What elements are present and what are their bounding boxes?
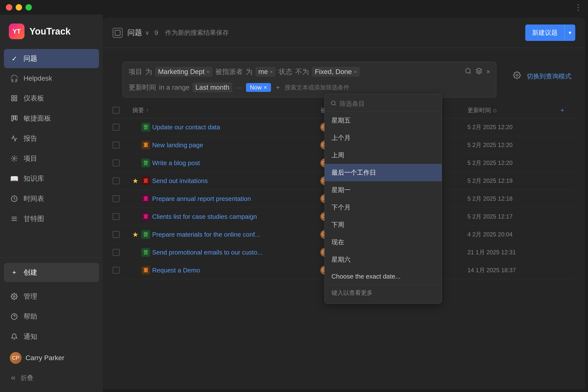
window-control-yellow[interactable] (16, 4, 22, 10)
row-checkbox-input-7[interactable] (113, 249, 120, 256)
filter-to-value[interactable]: Now × (246, 83, 271, 92)
settings-icon[interactable] (511, 69, 523, 83)
table-header-add[interactable]: + (560, 107, 575, 114)
sidebar-item-agile[interactable]: 敏捷面板 (4, 109, 99, 128)
dropdown-item-last-week[interactable]: 上周 (324, 146, 442, 164)
sidebar-item-timesheet[interactable]: 时间表 (4, 189, 99, 208)
sidebar-item-manage[interactable]: 管理 (4, 287, 99, 306)
issue-title-2[interactable]: Write a blog post (152, 159, 200, 167)
filter-ai-icon[interactable] (476, 68, 482, 76)
row-checkbox-input-5[interactable] (113, 213, 120, 220)
window-control-green[interactable] (26, 4, 32, 10)
row-checkbox-input-2[interactable] (113, 160, 120, 166)
new-issue-button[interactable]: 新建议题 (525, 24, 564, 41)
star-icon[interactable]: ★ (132, 177, 138, 185)
row-checkbox-input-6[interactable] (113, 231, 120, 238)
issue-title-7[interactable]: Send promotional emails to our custo... (152, 249, 263, 256)
row-checkbox-1[interactable] (113, 142, 128, 148)
sidebar-item-helpdesk[interactable]: 🎧 Helpdesk (4, 69, 99, 88)
dropdown-item-next-week[interactable]: 下周 (324, 216, 442, 234)
filter-status-value[interactable]: Fixed, Done × (312, 67, 360, 77)
issue-title-1[interactable]: New landing page (152, 141, 203, 149)
row-checkbox-6[interactable] (113, 231, 128, 238)
filter-search-input[interactable] (285, 84, 490, 91)
filter-project-close[interactable]: × (206, 69, 210, 75)
sidebar-item-notify[interactable]: 通知 (4, 327, 99, 346)
dropdown-item-last-workday[interactable]: 最后一个工作日 (324, 164, 442, 181)
select-all-checkbox[interactable] (113, 107, 120, 114)
user-profile[interactable]: CP Carry Parker (4, 347, 99, 369)
filter-status-close[interactable]: × (354, 69, 357, 75)
row-checkbox-2[interactable] (113, 160, 128, 166)
dropdown-search-input[interactable] (339, 100, 436, 108)
svg-rect-6 (16, 116, 17, 120)
sidebar-item-reports[interactable]: 报告 (4, 129, 99, 148)
row-checkbox-5[interactable] (113, 213, 128, 220)
dropdown-item-friday[interactable]: 星期五 (324, 112, 442, 129)
sidebar-item-knowledge[interactable]: 📖 知识库 (4, 169, 99, 188)
filter-project-value[interactable]: Marketing Dept × (155, 67, 212, 77)
dropdown-item-last-month[interactable]: 上个月 (324, 129, 442, 146)
row-checkbox-input-8[interactable] (113, 267, 120, 274)
sidebar-item-projects[interactable]: 项目 (4, 149, 99, 168)
issue-title-4[interactable]: Prepare annual report presentation (152, 195, 251, 202)
filter-assignee-value[interactable]: me × (256, 67, 276, 77)
row-checkbox-7[interactable] (113, 249, 128, 256)
filter-add-button[interactable]: + (274, 82, 282, 92)
svg-line-19 (335, 104, 336, 105)
filter-clear-icon[interactable]: × (486, 68, 490, 76)
star-icon-empty[interactable]: ★ (132, 248, 138, 256)
filter-search-icon[interactable] (465, 68, 472, 76)
sidebar-item-help[interactable]: 帮助 (4, 307, 99, 326)
star-icon-empty[interactable]: ★ (132, 123, 138, 131)
issue-title-5[interactable]: Clients list for case studies campaign (152, 213, 257, 220)
row-checkbox-0[interactable] (113, 124, 128, 130)
collapse-sidebar-button[interactable]: 折叠 (4, 369, 99, 387)
row-updated-3: 5 2月 2025 12:19 (468, 177, 556, 185)
star-icon[interactable]: ★ (132, 230, 138, 239)
row-checkbox-input-3[interactable] (113, 178, 120, 184)
star-icon-empty[interactable]: ★ (132, 159, 138, 167)
filter-from-value[interactable]: Last month (192, 82, 232, 92)
page-title: 问题 (128, 28, 142, 38)
issue-title-6[interactable]: Prepare materials for the online conf... (152, 231, 260, 238)
table-header-checkbox[interactable] (113, 107, 128, 114)
dropdown-item-next-month[interactable]: 下个月 (324, 199, 442, 216)
user-avatar: CP (10, 352, 22, 364)
row-checkbox-input-4[interactable] (113, 195, 120, 202)
star-icon-empty[interactable]: ★ (132, 213, 138, 221)
row-checkbox-input-1[interactable] (113, 142, 120, 148)
filter-assignee-close[interactable]: × (270, 69, 273, 75)
star-icon-empty[interactable]: ★ (132, 195, 138, 203)
row-checkbox-3[interactable] (113, 178, 128, 184)
switch-mode-button[interactable]: 切换到查询模式 (523, 70, 575, 82)
issue-title-0[interactable]: Update our contact data (152, 124, 220, 131)
table-header-summary[interactable]: 摘要 ↑ (132, 106, 316, 114)
dropdown-item-monday[interactable]: 星期一 (324, 181, 442, 199)
dropdown-item-now[interactable]: 现在 (324, 234, 442, 251)
window-control-red[interactable] (6, 4, 12, 10)
sidebar-item-dashboard[interactable]: 仪表板 (4, 89, 99, 108)
dropdown-choose-exact[interactable]: Choose the exact date... (324, 268, 442, 285)
issue-title-8[interactable]: Request a Demo (152, 266, 200, 274)
create-button[interactable]: + 创建 (4, 263, 99, 282)
header-dropdown-arrow[interactable]: ∨ (145, 30, 150, 36)
filter-to-close[interactable]: × (264, 84, 267, 91)
issue-title-3[interactable]: Send out invitations (152, 177, 208, 185)
sidebar-item-issues[interactable]: ✓ 问题 (4, 49, 99, 68)
app-logo: YT YouTrack (0, 15, 103, 49)
sidebar: YT YouTrack ✓ 问题 🎧 Helpdesk (0, 15, 103, 392)
row-checkbox-input-0[interactable] (113, 124, 120, 130)
issue-tag-2: 普 (141, 158, 150, 167)
star-icon-empty[interactable]: ★ (132, 141, 138, 149)
sidebar-item-gantt[interactable]: 甘特图 (4, 209, 99, 228)
header-save[interactable]: 作为新的搜索结果保存 (165, 28, 229, 37)
dropdown-item-saturday[interactable]: 星期六 (324, 251, 442, 268)
star-icon-empty[interactable]: ★ (132, 266, 138, 274)
topbar-dots[interactable]: ⋮ (574, 3, 582, 12)
table-header-updated[interactable]: 更新时间 ◇ (468, 106, 556, 114)
dropdown-search-icon (330, 100, 336, 108)
row-checkbox-8[interactable] (113, 267, 128, 274)
row-checkbox-4[interactable] (113, 195, 128, 202)
new-issue-dropdown-button[interactable]: ▾ (564, 24, 575, 41)
